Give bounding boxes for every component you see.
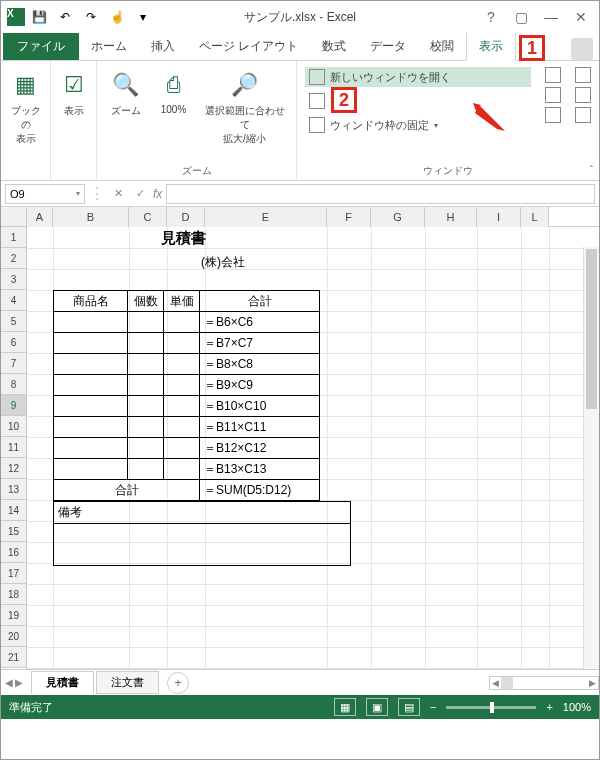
row-header[interactable]: 9 xyxy=(1,395,26,416)
user-avatar[interactable] xyxy=(571,38,593,60)
row-header[interactable]: 8 xyxy=(1,374,26,395)
tab-formulas[interactable]: 数式 xyxy=(310,33,358,60)
row-header[interactable]: 3 xyxy=(1,269,26,290)
cell-formula: ＝B9×C9 xyxy=(200,375,320,396)
row-header[interactable]: 18 xyxy=(1,584,26,605)
sheet-tab-other[interactable]: 注文書 xyxy=(96,671,159,694)
sync-scroll-icon[interactable] xyxy=(575,87,591,103)
pagelayout-view-icon[interactable]: ▣ xyxy=(366,698,388,716)
show-icon: ☑ xyxy=(58,69,90,101)
hide-icon[interactable] xyxy=(545,87,561,103)
col-header[interactable]: H xyxy=(425,207,477,227)
zoom-value[interactable]: 100% xyxy=(563,701,591,713)
select-all-corner[interactable] xyxy=(1,207,27,227)
minimize-icon[interactable]: — xyxy=(539,5,563,29)
col-header[interactable]: B xyxy=(53,207,129,227)
unhide-icon[interactable] xyxy=(545,107,561,123)
show-button[interactable]: ☑ 表示 xyxy=(54,67,94,120)
tab-nav-next-icon[interactable]: ▶ xyxy=(15,677,23,688)
row-header[interactable]: 12 xyxy=(1,458,26,479)
save-icon[interactable]: 💾 xyxy=(27,5,51,29)
normal-view-icon[interactable]: ▦ xyxy=(334,698,356,716)
hdr-price: 単価 xyxy=(164,291,200,312)
zoom-out-button[interactable]: − xyxy=(430,701,436,713)
row-header[interactable]: 14 xyxy=(1,500,26,521)
tab-data[interactable]: データ xyxy=(358,33,418,60)
name-box[interactable]: O9 ▾ xyxy=(5,184,85,204)
hdr-name: 商品名 xyxy=(54,291,128,312)
zoom-label: ズーム xyxy=(111,104,141,118)
col-header[interactable]: E xyxy=(205,207,327,227)
col-header[interactable]: F xyxy=(327,207,371,227)
memo-label: 備考 xyxy=(54,502,350,523)
row-header[interactable]: 19 xyxy=(1,605,26,626)
row-header[interactable]: 13 xyxy=(1,479,26,500)
name-box-dropdown-icon: ▾ xyxy=(76,189,80,198)
freeze-label: ウィンドウ枠の固定 xyxy=(330,118,429,133)
col-header[interactable]: C xyxy=(129,207,167,227)
row-header[interactable]: 15 xyxy=(1,521,26,542)
tab-file[interactable]: ファイル xyxy=(3,33,79,60)
add-sheet-button[interactable]: + xyxy=(167,672,189,694)
row-header[interactable]: 1 xyxy=(1,227,26,248)
col-header[interactable]: A xyxy=(27,207,53,227)
qat-more-icon[interactable]: ▾ xyxy=(131,5,155,29)
help-icon[interactable]: ? xyxy=(479,5,503,29)
workbook-views-button[interactable]: ▦ ブックの 表示 xyxy=(6,67,46,148)
freeze-button[interactable]: ウィンドウ枠の固定 ▾ xyxy=(305,115,531,135)
row-header[interactable]: 5 xyxy=(1,311,26,332)
fx-icon[interactable]: fx xyxy=(153,187,162,201)
row-header[interactable]: 2 xyxy=(1,248,26,269)
row-header[interactable]: 11 xyxy=(1,437,26,458)
pagebreak-view-icon[interactable]: ▤ xyxy=(398,698,420,716)
split-icon[interactable] xyxy=(545,67,561,83)
row-header[interactable]: 6 xyxy=(1,332,26,353)
zoom-slider[interactable] xyxy=(446,706,536,709)
zoom-icon: 🔍 xyxy=(110,69,142,101)
sheet-tab-active[interactable]: 見積書 xyxy=(31,671,94,694)
horizontal-scrollbar[interactable]: ◀ ▶ xyxy=(489,676,599,690)
close-icon[interactable]: ✕ xyxy=(569,5,593,29)
row-header[interactable]: 7 xyxy=(1,353,26,374)
row-header[interactable]: 21 xyxy=(1,647,26,668)
window-title: サンプル.xlsx - Excel xyxy=(244,9,356,26)
tab-view[interactable]: 表示 xyxy=(466,32,516,61)
row-header[interactable]: 10 xyxy=(1,416,26,437)
reset-pos-icon[interactable] xyxy=(575,107,591,123)
row-header[interactable]: 16 xyxy=(1,542,26,563)
redo-icon[interactable]: ↷ xyxy=(79,5,103,29)
row-header[interactable]: 20 xyxy=(1,626,26,647)
name-box-value: O9 xyxy=(10,188,25,200)
vertical-scrollbar[interactable] xyxy=(583,247,599,669)
col-header[interactable]: D xyxy=(167,207,205,227)
tab-nav-prev-icon[interactable]: ◀ xyxy=(5,677,13,688)
hundred-button[interactable]: ⎙ 100% xyxy=(154,67,194,117)
hundred-label: 100% xyxy=(161,104,187,115)
zoom-in-button[interactable]: + xyxy=(546,701,552,713)
fit-selection-button[interactable]: 🔎 選択範囲に合わせて 拡大/縮小 xyxy=(202,67,288,148)
totals-label: 合計 xyxy=(54,480,200,501)
zoom-button[interactable]: 🔍 ズーム xyxy=(106,67,146,120)
col-header[interactable]: I xyxy=(477,207,521,227)
ribbon-options-icon[interactable]: ▢ xyxy=(509,5,533,29)
enter-icon[interactable]: ✓ xyxy=(131,185,149,203)
cancel-icon[interactable]: ✕ xyxy=(109,185,127,203)
namebox-divider: ⋮ xyxy=(89,184,105,203)
cells-area[interactable]: 見積書 (株)会社 商品名 個数 単価 合計 ＝B6×C6 ＝B7×C7 ＝B8… xyxy=(27,227,599,669)
tab-pagelayout[interactable]: ページ レイアウト xyxy=(187,33,310,60)
col-header[interactable]: G xyxy=(371,207,425,227)
row-header[interactable]: 4 xyxy=(1,290,26,311)
tab-insert[interactable]: 挿入 xyxy=(139,33,187,60)
collapse-ribbon-icon[interactable]: ˆ xyxy=(590,165,593,176)
side-by-side-icon[interactable] xyxy=(575,67,591,83)
formula-bar[interactable] xyxy=(166,184,595,204)
row-header[interactable]: 17 xyxy=(1,563,26,584)
new-window-button[interactable]: 新しいウィンドウを開く xyxy=(305,67,531,87)
col-header[interactable]: L xyxy=(521,207,549,227)
hdr-qty: 個数 xyxy=(128,291,164,312)
touch-icon[interactable]: ☝ xyxy=(105,5,129,29)
tab-review[interactable]: 校閲 xyxy=(418,33,466,60)
undo-icon[interactable]: ↶ xyxy=(53,5,77,29)
cell-formula: ＝B11×C11 xyxy=(200,417,320,438)
tab-home[interactable]: ホーム xyxy=(79,33,139,60)
